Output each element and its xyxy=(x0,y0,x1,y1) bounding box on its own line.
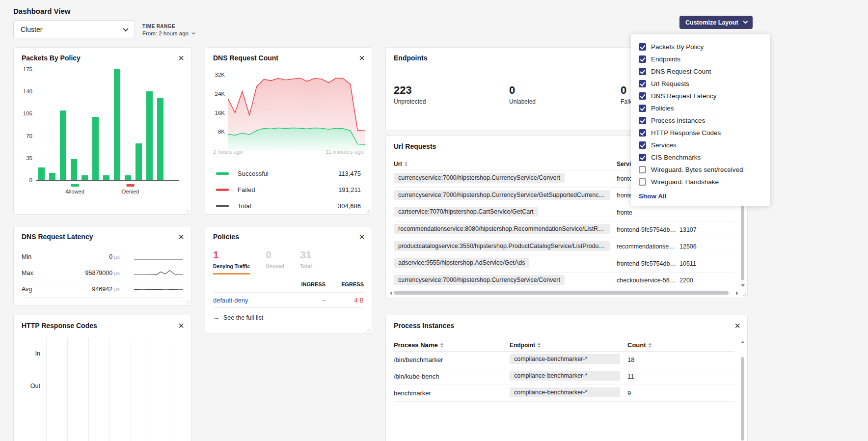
close-icon[interactable]: × xyxy=(178,322,184,330)
time-range-label: TIME RANGE xyxy=(142,24,194,29)
checkbox-unchecked-icon[interactable] xyxy=(639,178,646,186)
latency-row-min: Min0µs xyxy=(22,249,183,265)
service-cell: fronte xyxy=(617,209,679,216)
sparkline xyxy=(134,284,183,294)
menu-item-packets-by-policy[interactable]: Packets By Policy xyxy=(631,41,770,53)
checkbox-checked-icon[interactable] xyxy=(639,141,646,149)
bar xyxy=(114,69,120,180)
url-cell: cartservice:7070/hipstershop.CartService… xyxy=(394,207,617,218)
checkbox-checked-icon[interactable] xyxy=(639,92,646,100)
scroll-right-arrow[interactable] xyxy=(736,291,738,295)
menu-item-dns-request-latency[interactable]: DNS Request Latency xyxy=(631,90,770,102)
url-cell: currencyservice:7000/hipstershop.Currenc… xyxy=(394,190,617,201)
endpoint-chip: compliance-benchmarker-* xyxy=(510,371,620,381)
sparkline xyxy=(134,252,183,262)
checkbox-unchecked-icon[interactable] xyxy=(639,166,646,173)
card-title: Process Instances xyxy=(394,322,454,330)
endpoint-cell: compliance-benchmarker-* xyxy=(510,371,627,382)
menu-item-wireguard-bytes-sent-received[interactable]: Wireguard. Bytes sent/received xyxy=(631,164,770,176)
legend-swatch xyxy=(216,189,229,191)
service-cell: frontend-5fc5754db… xyxy=(617,226,679,233)
menu-item-url-requests[interactable]: Url Requests xyxy=(631,78,770,90)
legend-row-failed: Failed191,211 xyxy=(205,182,372,198)
policies-tab-total[interactable]: 31 Total xyxy=(300,249,312,269)
checkbox-checked-icon[interactable] xyxy=(639,117,646,124)
menu-item-cis-benchmarks[interactable]: CIS Benchmarks xyxy=(631,151,770,164)
resize-handle[interactable] xyxy=(366,328,370,332)
url-cell: recommendationservice:8080/hipstershop.R… xyxy=(394,224,617,235)
cluster-view-select[interactable]: Cluster xyxy=(13,20,135,38)
gridline xyxy=(131,338,131,441)
latency-label: Max xyxy=(22,270,56,276)
menu-item-services[interactable]: Services xyxy=(631,139,770,151)
scroll-down-arrow[interactable] xyxy=(741,284,745,287)
checkbox-checked-icon[interactable] xyxy=(639,105,646,112)
gridline xyxy=(88,338,89,441)
close-icon[interactable]: × xyxy=(734,322,740,330)
x-axis-categories: AllowedDenied xyxy=(36,184,179,201)
area-chart xyxy=(228,70,365,153)
close-icon[interactable]: × xyxy=(359,233,365,241)
time-range-value[interactable]: From: 2 hours ago xyxy=(142,30,194,36)
bars xyxy=(38,69,179,180)
vertical-scrollbar[interactable] xyxy=(740,341,745,441)
menu-item-wireguard-handshake[interactable]: Wireguard. Handshake xyxy=(631,176,770,188)
see-full-list-link[interactable]: → See the full list xyxy=(213,314,263,321)
close-icon[interactable]: × xyxy=(178,233,184,241)
customize-layout-button[interactable]: Customize Layout xyxy=(679,16,753,29)
process-table-body: /bin/benchmarkercompliance-benchmarker-*… xyxy=(394,352,734,402)
legend-row-successful: Successful113,475 xyxy=(205,165,372,182)
column-header-process-name[interactable]: Process Name xyxy=(394,341,510,349)
checkbox-checked-icon[interactable] xyxy=(639,55,646,63)
latency-rows: Min0µsMax95879000µsAvg946942µs xyxy=(22,249,183,298)
menu-item-endpoints[interactable]: Endpoints xyxy=(631,53,770,65)
customize-layout-button-label: Customize Layout xyxy=(685,19,738,26)
close-icon[interactable]: × xyxy=(178,54,184,62)
column-label: Count xyxy=(627,341,646,349)
process-table-row: /bin/benchmarkercompliance-benchmarker-*… xyxy=(394,352,734,368)
horizontal-scrollbar[interactable] xyxy=(390,291,738,295)
view-select-value: Cluster xyxy=(21,26,42,33)
policy-name-link[interactable]: default-deny xyxy=(213,297,248,304)
column-header-endpoint[interactable]: Endpoint xyxy=(510,342,627,349)
time-range: TIME RANGE From: 2 hours ago xyxy=(142,24,194,36)
checkbox-checked-icon[interactable] xyxy=(639,80,646,87)
checkbox-checked-icon[interactable] xyxy=(639,68,646,75)
card-title: HTTP Response Codes xyxy=(22,322,97,330)
close-icon[interactable]: × xyxy=(359,54,365,62)
category-label: Allowed xyxy=(65,189,84,194)
checkbox-checked-icon[interactable] xyxy=(639,129,646,137)
show-all-link[interactable]: Show All xyxy=(631,188,770,200)
latency-label: Min xyxy=(22,253,56,260)
menu-item-label: Endpoints xyxy=(651,55,680,63)
resize-handle[interactable] xyxy=(185,299,190,303)
process-name-cell: /bin/benchmarker xyxy=(394,356,510,363)
stat-label: Unused xyxy=(266,264,284,269)
resize-handle[interactable] xyxy=(185,208,190,213)
scroll-left-arrow[interactable] xyxy=(390,291,392,295)
bar xyxy=(146,91,153,180)
checkbox-checked-icon[interactable] xyxy=(639,43,646,51)
policies-tab-denying-traffic[interactable]: 1 Denying Traffic xyxy=(213,249,250,275)
menu-item-dns-request-count[interactable]: DNS Request Count xyxy=(631,65,770,78)
y-tick-label: 8K xyxy=(210,129,225,135)
menu-item-process-instances[interactable]: Process Instances xyxy=(631,114,770,127)
stat-label: Denying Traffic xyxy=(213,264,250,269)
checkbox-checked-icon[interactable] xyxy=(639,154,646,161)
column-header-url[interactable]: Url xyxy=(394,161,617,167)
url-cell: adservice:9555/hipstershop.AdService/Get… xyxy=(394,258,617,269)
url-table-row: cartservice:7070/hipstershop.CartService… xyxy=(394,204,734,221)
menu-item-policies[interactable]: Policies xyxy=(631,102,770,114)
card-title: DNS Request Count xyxy=(213,54,278,62)
menu-item-label: DNS Request Latency xyxy=(651,92,717,100)
policies-tab-unused[interactable]: 0 Unused xyxy=(266,249,284,269)
y-tick-label: 24K xyxy=(210,91,225,97)
menu-item-http-response-codes[interactable]: HTTP Response Codes xyxy=(631,127,770,139)
resize-handle[interactable] xyxy=(741,292,746,296)
latency-value: 0µs xyxy=(56,253,120,260)
url-chip: currencyservice:7000/hipstershop.Currenc… xyxy=(394,275,565,285)
url-cell: currencyservice:7000/hipstershop.Currenc… xyxy=(394,173,617,184)
menu-item-label: Packets By Policy xyxy=(651,43,704,51)
column-header-count[interactable]: Count xyxy=(627,341,734,349)
process-table-row: benchmarkercompliance-benchmarker-*9 xyxy=(394,385,734,402)
